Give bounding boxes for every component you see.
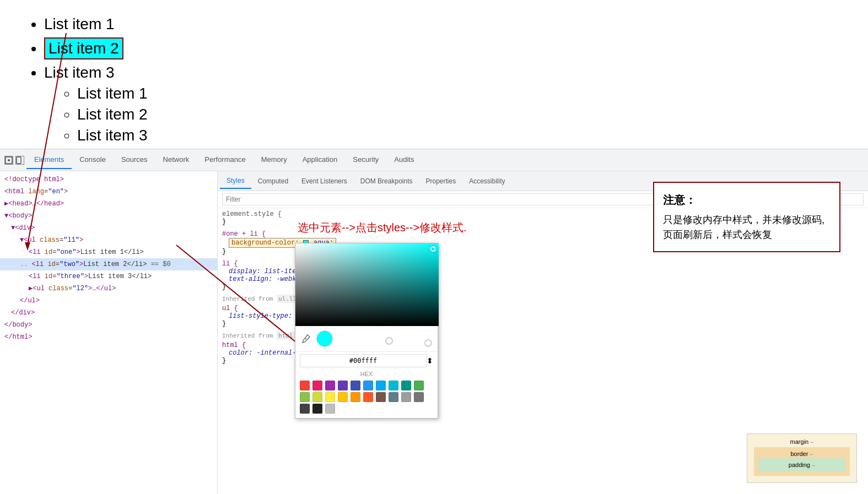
color-picker: ⬍ HEX [295,243,438,419]
device-icon[interactable] [15,156,24,165]
annotation-box: 注意： 只是修改内存中样式，并未修改源码, 页面刷新后，样式会恢复 [653,182,840,252]
sub-tab-styles[interactable]: Styles [220,173,251,189]
hex-input-row: ⬍ [295,351,438,370]
devtools-top-tabs: Elements Console Sources Network Perform… [0,149,868,171]
color-swatch[interactable] [351,381,360,390]
color-swatch[interactable] [401,392,411,402]
sub-list-item-3: List item 3 [77,127,846,144]
color-swatch[interactable] [312,392,322,402]
color-swatch[interactable] [338,381,348,390]
color-swatch[interactable] [376,392,386,402]
element-style-label: element.style { [222,210,282,218]
color-swatch[interactable] [300,381,310,390]
tab-application[interactable]: Application [295,151,346,169]
annotation-line1: 只是修改内存中样式，并未修改源码, [663,213,831,227]
box-margin: margin – border – padding – [747,434,856,482]
color-swatch[interactable] [363,381,373,390]
dom-line[interactable]: </html> [0,331,217,343]
tab-console[interactable]: Console [72,151,114,169]
rule1-selector[interactable]: #one + li { [222,230,266,238]
inherited1-selector[interactable]: ul { [222,305,238,312]
sub-list: List item 1 List item 2 List item 3 [44,85,846,144]
svg-rect-2 [17,157,21,164]
color-preview [316,330,333,347]
dom-line[interactable]: ▶<head>…</head> [0,198,217,210]
tab-audits[interactable]: Audits [386,151,422,169]
sub-tab-dom-breakpoints[interactable]: DOM Breakpoints [354,174,419,188]
dom-line[interactable]: ▼<body> [0,210,217,222]
dom-line[interactable]: <html lang="en"> [0,186,217,198]
box-model-panel: margin – border – padding – [747,433,857,483]
tab-network[interactable]: Network [155,151,197,169]
color-swatch[interactable] [389,392,398,402]
color-swatch[interactable] [325,392,335,402]
svg-point-1 [8,159,10,161]
color-swatch[interactable] [325,381,335,390]
color-swatch[interactable] [414,381,424,390]
hex-stepper-button[interactable]: ⬍ [427,356,433,365]
box-border: border – padding – [754,447,850,476]
dom-panel: <!doctype html> <html lang="en"> ▶<head>… [0,171,218,494]
dom-line-selected[interactable]: .. <li id="two">List item 2</li> == $0 [0,258,217,270]
color-swatch[interactable] [414,392,424,402]
color-swatch[interactable] [312,404,322,414]
color-swatch[interactable] [401,381,411,390]
inherited2-selector[interactable]: html { [222,341,246,349]
rule2-selector[interactable]: li { [222,260,238,268]
list-item-3: List item 3 List item 1 List item 2 List… [44,64,846,144]
color-swatches [295,378,438,418]
dom-line[interactable]: </div> [0,307,217,319]
sub-tab-properties[interactable]: Properties [419,174,462,188]
bg-color-prop: background-color: [231,239,299,247]
tab-elements[interactable]: Elements [26,151,72,169]
hex-label: HEX [295,370,438,378]
tab-security[interactable]: Security [345,151,386,169]
dom-line[interactable]: ▼<ul class="l1"> [0,234,217,246]
tab-sources[interactable]: Sources [114,151,155,169]
color-swatch[interactable] [325,404,335,414]
list-item-1: List item 1 [44,15,846,33]
annotation-title: 注意： [663,192,831,208]
instruction-text: 选中元素-->点击styles-->修改样式. [298,220,467,235]
browser-content: List item 1 List item 2 List item 3 List… [0,0,868,149]
dom-line[interactable]: </body> [0,319,217,331]
list-item-2[interactable]: List item 2 [44,37,846,59]
color-swatch[interactable] [389,381,398,390]
dom-line[interactable]: ▶<ul class="l2">…</ul> [0,283,217,295]
eyedropper-button[interactable] [300,333,312,345]
dom-line[interactable]: <li id="three">List item 3</li> [0,270,217,283]
dom-line[interactable]: ▼<div> [0,222,217,234]
color-swatch[interactable] [300,404,310,414]
inspector-icon[interactable] [4,156,13,165]
svg-line-3 [305,338,306,339]
color-gradient[interactable] [295,243,439,326]
sub-tab-accessibility[interactable]: Accessibility [462,174,511,188]
dom-line[interactable]: <li id="one">List item 1</li> [0,246,217,258]
hex-input[interactable] [300,354,427,367]
sub-list-item-2: List item 2 [77,106,846,123]
sub-list-item-1: List item 1 [77,85,846,102]
hue-cursor[interactable] [385,337,393,345]
dom-line[interactable]: </ul> [0,295,217,307]
color-controls [295,326,438,351]
alpha-cursor[interactable] [424,339,432,347]
color-swatch[interactable] [312,381,322,390]
color-swatch[interactable] [338,392,348,402]
sub-tab-event-listeners[interactable]: Event Listeners [295,174,354,188]
color-swatch[interactable] [351,392,360,402]
color-gradient-cursor[interactable] [430,246,436,252]
annotation-line2: 页面刷新后，样式会恢复 [663,227,831,242]
color-swatch[interactable] [363,392,373,402]
color-swatch[interactable] [300,392,310,402]
tab-memory[interactable]: Memory [254,151,295,169]
sub-tab-computed[interactable]: Computed [251,174,295,188]
color-swatch[interactable] [376,381,386,390]
dom-line: <!doctype html> [0,173,217,186]
main-list: List item 1 List item 2 List item 3 List… [22,15,846,144]
box-padding: padding – [758,458,845,471]
selected-item-box: List item 2 [44,37,123,59]
tab-performance[interactable]: Performance [197,151,253,169]
